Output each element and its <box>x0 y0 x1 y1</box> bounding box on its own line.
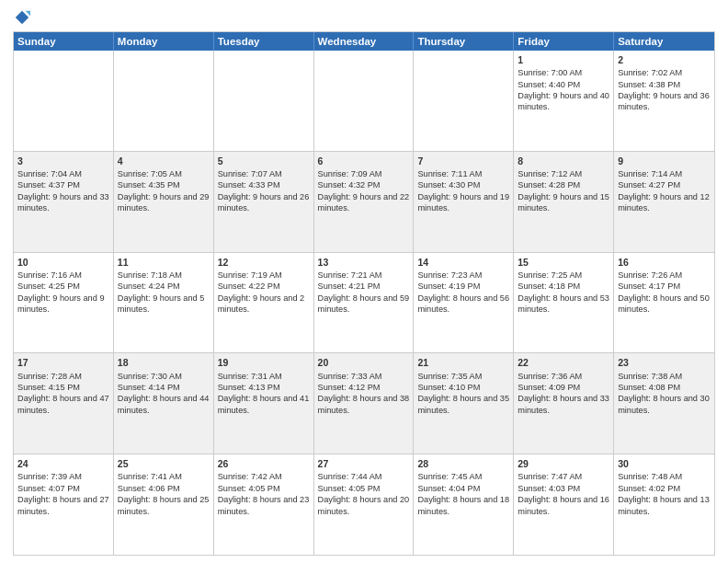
day-cell-20: 20Sunrise: 7:33 AM Sunset: 4:12 PM Dayli… <box>314 353 415 454</box>
empty-cell <box>114 51 214 151</box>
day-info: Sunrise: 7:02 AM Sunset: 4:38 PM Dayligh… <box>618 68 710 111</box>
day-number: 1 <box>518 53 609 66</box>
day-info: Sunrise: 7:31 AM Sunset: 4:13 PM Dayligh… <box>218 372 310 415</box>
day-cell-2: 2Sunrise: 7:02 AM Sunset: 4:38 PM Daylig… <box>614 51 714 151</box>
day-cell-9: 9Sunrise: 7:14 AM Sunset: 4:27 PM Daylig… <box>614 152 714 252</box>
day-number: 4 <box>118 155 210 167</box>
day-cell-29: 29Sunrise: 7:47 AM Sunset: 4:03 PM Dayli… <box>514 454 614 555</box>
day-info: Sunrise: 7:05 AM Sunset: 4:35 PM Dayligh… <box>118 169 210 213</box>
day-number: 6 <box>318 155 410 167</box>
day-cell-1: 1Sunrise: 7:00 AM Sunset: 4:40 PM Daylig… <box>514 51 614 151</box>
day-cell-26: 26Sunrise: 7:42 AM Sunset: 4:05 PM Dayli… <box>214 454 314 555</box>
day-cell-30: 30Sunrise: 7:48 AM Sunset: 4:02 PM Dayli… <box>614 454 714 555</box>
day-cell-22: 22Sunrise: 7:36 AM Sunset: 4:09 PM Dayli… <box>514 353 614 454</box>
day-cell-13: 13Sunrise: 7:21 AM Sunset: 4:21 PM Dayli… <box>314 253 415 353</box>
day-cell-14: 14Sunrise: 7:23 AM Sunset: 4:19 PM Dayli… <box>414 253 514 353</box>
day-number: 11 <box>118 256 210 269</box>
day-number: 20 <box>318 356 410 369</box>
day-number: 3 <box>17 155 109 167</box>
day-number: 13 <box>318 256 410 269</box>
day-info: Sunrise: 7:35 AM Sunset: 4:10 PM Dayligh… <box>417 372 509 415</box>
day-info: Sunrise: 7:26 AM Sunset: 4:17 PM Dayligh… <box>618 270 710 314</box>
empty-cell <box>14 51 114 151</box>
week-row-2: 3Sunrise: 7:04 AM Sunset: 4:37 PM Daylig… <box>14 152 714 253</box>
day-cell-11: 11Sunrise: 7:18 AM Sunset: 4:24 PM Dayli… <box>114 253 214 353</box>
day-info: Sunrise: 7:11 AM Sunset: 4:30 PM Dayligh… <box>417 169 509 213</box>
day-number: 18 <box>118 356 210 369</box>
day-cell-5: 5Sunrise: 7:07 AM Sunset: 4:33 PM Daylig… <box>214 152 314 252</box>
day-info: Sunrise: 7:28 AM Sunset: 4:15 PM Dayligh… <box>17 372 109 415</box>
week-row-4: 17Sunrise: 7:28 AM Sunset: 4:15 PM Dayli… <box>14 353 714 454</box>
day-number: 29 <box>518 457 609 470</box>
day-cell-28: 28Sunrise: 7:45 AM Sunset: 4:04 PM Dayli… <box>414 454 514 555</box>
calendar-header: SundayMondayTuesdayWednesdayThursdayFrid… <box>14 32 714 51</box>
day-number: 30 <box>618 457 711 470</box>
day-cell-17: 17Sunrise: 7:28 AM Sunset: 4:15 PM Dayli… <box>14 353 114 454</box>
day-info: Sunrise: 7:38 AM Sunset: 4:08 PM Dayligh… <box>618 372 710 415</box>
day-info: Sunrise: 7:45 AM Sunset: 4:04 PM Dayligh… <box>417 472 509 515</box>
day-cell-12: 12Sunrise: 7:19 AM Sunset: 4:22 PM Dayli… <box>214 253 314 353</box>
calendar: SundayMondayTuesdayWednesdayThursdayFrid… <box>13 31 715 556</box>
day-cell-15: 15Sunrise: 7:25 AM Sunset: 4:18 PM Dayli… <box>514 253 614 353</box>
day-number: 26 <box>218 457 310 470</box>
day-number: 17 <box>17 356 109 369</box>
day-info: Sunrise: 7:09 AM Sunset: 4:32 PM Dayligh… <box>318 169 410 213</box>
day-info: Sunrise: 7:04 AM Sunset: 4:37 PM Dayligh… <box>17 169 109 213</box>
day-info: Sunrise: 7:14 AM Sunset: 4:27 PM Dayligh… <box>618 169 710 213</box>
day-cell-16: 16Sunrise: 7:26 AM Sunset: 4:17 PM Dayli… <box>614 253 714 353</box>
day-number: 10 <box>17 256 109 269</box>
header-day-monday: Monday <box>114 32 214 51</box>
day-cell-24: 24Sunrise: 7:39 AM Sunset: 4:07 PM Dayli… <box>14 454 114 555</box>
day-cell-3: 3Sunrise: 7:04 AM Sunset: 4:37 PM Daylig… <box>14 152 114 252</box>
day-info: Sunrise: 7:19 AM Sunset: 4:22 PM Dayligh… <box>218 270 305 314</box>
day-info: Sunrise: 7:41 AM Sunset: 4:06 PM Dayligh… <box>118 472 210 515</box>
day-number: 23 <box>618 356 711 369</box>
header-day-sunday: Sunday <box>14 32 114 51</box>
logo-icon <box>14 9 30 26</box>
day-cell-23: 23Sunrise: 7:38 AM Sunset: 4:08 PM Dayli… <box>614 353 714 454</box>
day-number: 22 <box>518 356 609 369</box>
day-cell-4: 4Sunrise: 7:05 AM Sunset: 4:35 PM Daylig… <box>114 152 214 252</box>
day-info: Sunrise: 7:16 AM Sunset: 4:25 PM Dayligh… <box>17 270 105 314</box>
day-cell-25: 25Sunrise: 7:41 AM Sunset: 4:06 PM Dayli… <box>114 454 214 555</box>
empty-cell <box>414 51 514 151</box>
day-number: 12 <box>218 256 310 269</box>
day-info: Sunrise: 7:23 AM Sunset: 4:19 PM Dayligh… <box>417 270 509 314</box>
header-day-saturday: Saturday <box>614 32 714 51</box>
header-day-tuesday: Tuesday <box>214 32 314 51</box>
day-info: Sunrise: 7:12 AM Sunset: 4:28 PM Dayligh… <box>518 169 609 213</box>
day-number: 5 <box>218 155 310 167</box>
header-day-thursday: Thursday <box>414 32 514 51</box>
week-row-1: 1Sunrise: 7:00 AM Sunset: 4:40 PM Daylig… <box>14 51 714 152</box>
day-cell-7: 7Sunrise: 7:11 AM Sunset: 4:30 PM Daylig… <box>414 152 514 252</box>
day-number: 8 <box>518 155 609 167</box>
day-number: 28 <box>417 457 509 470</box>
calendar-body: 1Sunrise: 7:00 AM Sunset: 4:40 PM Daylig… <box>14 51 714 555</box>
day-info: Sunrise: 7:25 AM Sunset: 4:18 PM Dayligh… <box>518 270 609 314</box>
day-info: Sunrise: 7:33 AM Sunset: 4:12 PM Dayligh… <box>318 372 410 415</box>
header-day-friday: Friday <box>514 32 614 51</box>
day-info: Sunrise: 7:36 AM Sunset: 4:09 PM Dayligh… <box>518 372 609 415</box>
day-info: Sunrise: 7:21 AM Sunset: 4:21 PM Dayligh… <box>318 270 410 314</box>
day-number: 25 <box>118 457 210 470</box>
day-number: 27 <box>318 457 410 470</box>
day-number: 19 <box>218 356 310 369</box>
day-info: Sunrise: 7:00 AM Sunset: 4:40 PM Dayligh… <box>518 68 609 111</box>
day-cell-27: 27Sunrise: 7:44 AM Sunset: 4:05 PM Dayli… <box>314 454 415 555</box>
empty-cell <box>314 51 415 151</box>
day-info: Sunrise: 7:48 AM Sunset: 4:02 PM Dayligh… <box>618 472 710 515</box>
header-day-wednesday: Wednesday <box>314 32 415 51</box>
day-cell-21: 21Sunrise: 7:35 AM Sunset: 4:10 PM Dayli… <box>414 353 514 454</box>
day-number: 16 <box>618 256 711 269</box>
empty-cell <box>214 51 314 151</box>
day-cell-10: 10Sunrise: 7:16 AM Sunset: 4:25 PM Dayli… <box>14 253 114 353</box>
day-number: 9 <box>618 155 711 167</box>
week-row-5: 24Sunrise: 7:39 AM Sunset: 4:07 PM Dayli… <box>14 454 714 555</box>
day-info: Sunrise: 7:44 AM Sunset: 4:05 PM Dayligh… <box>318 472 410 515</box>
day-info: Sunrise: 7:30 AM Sunset: 4:14 PM Dayligh… <box>118 372 210 415</box>
day-number: 15 <box>518 256 609 269</box>
day-info: Sunrise: 7:18 AM Sunset: 4:24 PM Dayligh… <box>118 270 205 314</box>
week-row-3: 10Sunrise: 7:16 AM Sunset: 4:25 PM Dayli… <box>14 253 714 354</box>
day-info: Sunrise: 7:42 AM Sunset: 4:05 PM Dayligh… <box>218 472 310 515</box>
day-number: 24 <box>17 457 109 470</box>
